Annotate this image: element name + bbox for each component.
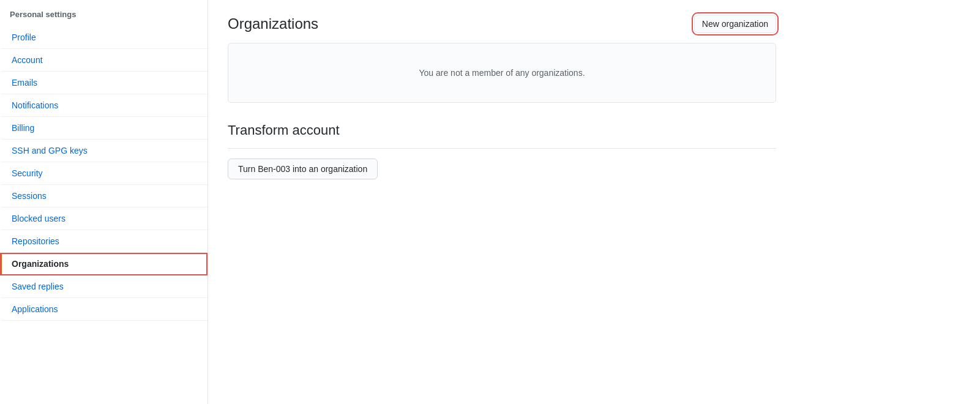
sidebar-item-account[interactable]: Account xyxy=(0,49,208,72)
sidebar-item-ssh-gpg-keys[interactable]: SSH and GPG keys xyxy=(0,140,208,162)
sidebar-item-emails[interactable]: Emails xyxy=(0,72,208,94)
page-header: Organizations New organization xyxy=(228,15,776,33)
transform-account-button[interactable]: Turn Ben-003 into an organization xyxy=(228,159,378,179)
sidebar-item-security[interactable]: Security xyxy=(0,162,208,185)
sidebar-item-saved-replies[interactable]: Saved replies xyxy=(0,275,208,298)
empty-state-box: You are not a member of any organization… xyxy=(228,43,776,103)
sidebar-item-repositories[interactable]: Repositories xyxy=(0,230,208,253)
sidebar-item-billing[interactable]: Billing xyxy=(0,117,208,140)
sidebar-item-applications[interactable]: Applications xyxy=(0,298,208,321)
sidebar-item-sessions[interactable]: Sessions xyxy=(0,185,208,208)
main-content: Organizations New organization You are n… xyxy=(208,0,796,404)
empty-state-message: You are not a member of any organization… xyxy=(419,68,585,78)
sidebar-item-notifications[interactable]: Notifications xyxy=(0,94,208,117)
sidebar: Personal settings ProfileAccountEmailsNo… xyxy=(0,0,208,404)
new-organization-button[interactable]: New organization xyxy=(694,15,776,33)
sidebar-nav: ProfileAccountEmailsNotificationsBilling… xyxy=(0,26,208,321)
section-divider xyxy=(228,148,776,149)
app-layout: Personal settings ProfileAccountEmailsNo… xyxy=(0,0,980,404)
transform-section-title: Transform account xyxy=(228,122,776,138)
page-title: Organizations xyxy=(228,15,318,32)
sidebar-item-organizations[interactable]: Organizations xyxy=(0,253,208,275)
sidebar-item-profile[interactable]: Profile xyxy=(0,26,208,49)
sidebar-item-blocked-users[interactable]: Blocked users xyxy=(0,208,208,230)
sidebar-heading: Personal settings xyxy=(0,5,208,24)
